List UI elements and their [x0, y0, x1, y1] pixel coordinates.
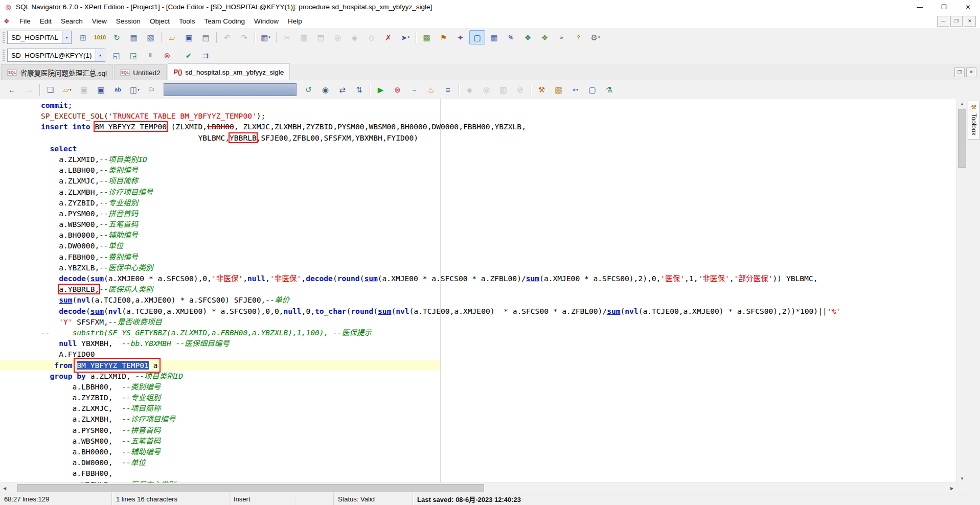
- menu-view[interactable]: View: [87, 14, 111, 28]
- save-icon[interactable]: ▣: [76, 83, 92, 97]
- menu-team-coding[interactable]: Team Coding: [199, 14, 249, 28]
- execute-navigator-icon[interactable]: ⇉: [198, 48, 214, 62]
- locate-object-icon[interactable]: ◇: [363, 30, 379, 44]
- paste-icon[interactable]: ▤: [313, 30, 329, 44]
- find-objects-icon[interactable]: ◎: [330, 30, 346, 44]
- check-syntax-icon[interactable]: ✔: [181, 48, 197, 62]
- save-file-icon[interactable]: ▣: [181, 30, 197, 44]
- sql-monitor-icon[interactable]: ▢: [584, 83, 600, 97]
- code-area[interactable]: commit;SP_EXECUTE_SQL('TRUNCATE TABLE BM…: [0, 99, 956, 483]
- copy-icon[interactable]: ▥: [495, 83, 511, 97]
- forward-icon[interactable]: →: [21, 83, 37, 97]
- menu-session[interactable]: Session: [111, 14, 145, 28]
- data-grid-icon[interactable]: ▦: [486, 30, 502, 44]
- toolbar-grip[interactable]: [3, 32, 5, 43]
- optimize-icon[interactable]: ♨: [423, 83, 439, 97]
- fast-forward-icon[interactable]: »: [554, 30, 569, 44]
- menu-file[interactable]: File: [15, 14, 35, 28]
- zoom-icon[interactable]: %: [503, 30, 519, 44]
- new-session-window-icon[interactable]: ◲: [126, 48, 142, 62]
- vertical-scroll-thum b[interactable]: [958, 109, 966, 168]
- delete-icon[interactable]: ⊘: [512, 83, 528, 97]
- connection-combo[interactable]: SD_HOSPITAL ▾: [7, 31, 72, 44]
- menu-object[interactable]: Object: [145, 14, 174, 28]
- horizontal-scroll-thumb[interactable]: [17, 484, 484, 492]
- execute-icon[interactable]: ▶: [373, 83, 389, 97]
- layout-icon[interactable]: ▧: [551, 83, 566, 97]
- print-icon[interactable]: ▤: [198, 30, 214, 44]
- chevron-down-icon[interactable]: ▾: [62, 31, 71, 43]
- find-next-icon[interactable]: ◉: [317, 83, 333, 97]
- copy-icon[interactable]: ▥: [296, 30, 312, 44]
- scroll-left-icon[interactable]: ◀: [0, 483, 9, 493]
- find-in-files-icon[interactable]: ◎: [478, 83, 494, 97]
- wizard-icon[interactable]: ✦: [452, 30, 468, 44]
- refresh-session-icon[interactable]: ↻: [109, 30, 125, 44]
- scroll-up-icon[interactable]: ▲: [957, 99, 967, 108]
- horizontal-scrollbar[interactable]: ◀ ▶: [0, 483, 956, 493]
- session-browser-icon[interactable]: ◱: [109, 48, 125, 62]
- code-road-map-icon[interactable]: ➤▾: [397, 30, 413, 44]
- stop-icon[interactable]: ⊗: [390, 83, 405, 97]
- toolbar-grip[interactable]: [3, 50, 5, 61]
- comment-icon[interactable]: --: [406, 83, 422, 97]
- compile-icon[interactable]: ⚒: [534, 83, 550, 97]
- app-icon[interactable]: ◎: [4, 3, 12, 11]
- minimize-button[interactable]: —: [908, 0, 932, 14]
- menu-tools[interactable]: Tools: [174, 14, 200, 28]
- back-icon[interactable]: ←: [4, 83, 20, 97]
- benchmark-icon[interactable]: ⚑: [436, 30, 451, 44]
- redo-icon[interactable]: ↷: [236, 30, 252, 44]
- halt-icon[interactable]: ⊗: [159, 48, 175, 62]
- dataset-view-icon[interactable]: ▦▾: [258, 30, 274, 44]
- help-icon[interactable]: ?: [571, 30, 586, 44]
- pause-icon[interactable]: ‖: [143, 48, 158, 62]
- scroll-down-icon[interactable]: ▼: [957, 474, 967, 483]
- flask-icon[interactable]: ⚗: [601, 83, 617, 97]
- new-session-icon[interactable]: ⊞: [75, 30, 91, 44]
- toolbox-tab[interactable]: ⚒ Toolbox: [968, 101, 980, 140]
- tab-untitled2[interactable]: SQLUntitled2: [114, 64, 167, 80]
- tab-procedure-sigle[interactable]: P()sd_hospital.sp_xm_ybfyyz_sigle: [168, 63, 290, 80]
- menu-help[interactable]: Help: [283, 14, 307, 28]
- menu-search[interactable]: Search: [56, 14, 87, 28]
- sort-icon[interactable]: ⇅: [351, 83, 367, 97]
- mdi-restore-button[interactable]: ❐: [950, 16, 963, 27]
- close-button[interactable]: ✕: [956, 0, 980, 14]
- cut-icon[interactable]: ✂: [279, 30, 295, 44]
- undo-icon[interactable]: ↶: [219, 30, 235, 44]
- editor-search-input[interactable]: [164, 83, 297, 96]
- options-icon[interactable]: ⚙▾: [587, 30, 603, 44]
- tab-dock-button[interactable]: ❐: [954, 67, 965, 77]
- save-all-icon[interactable]: ▣: [93, 83, 109, 97]
- chevron-down-icon[interactable]: ▾: [96, 49, 105, 61]
- tab-close-button[interactable]: ✕: [966, 67, 976, 77]
- analyze-icon[interactable]: ✗: [380, 30, 396, 44]
- new-file-icon[interactable]: ❏: [42, 83, 58, 97]
- new-object-icon[interactable]: ❖: [520, 30, 536, 44]
- columns-icon[interactable]: ◫▾: [127, 83, 143, 97]
- open-file-icon[interactable]: ▱: [164, 30, 180, 44]
- maximize-button[interactable]: ❐: [932, 0, 956, 14]
- copy-object-icon[interactable]: ❖: [537, 30, 553, 44]
- mdi-close-button[interactable]: ✕: [964, 16, 976, 27]
- import-export-icon[interactable]: ⇄: [334, 83, 350, 97]
- chevrons-icon[interactable]: »▾: [567, 83, 583, 97]
- tab-file-summary[interactable]: SQL省康复医院问题处理汇总.sql: [1, 64, 113, 80]
- scroll-right-icon[interactable]: ▶: [947, 483, 956, 493]
- describe-icon[interactable]: ◈: [347, 30, 362, 44]
- mdi-minimize-button[interactable]: —: [937, 16, 949, 27]
- outline-icon[interactable]: ≡: [440, 83, 456, 97]
- session-combo[interactable]: SD_HOSPITAL@KFYY(1) ▾: [7, 49, 105, 62]
- menu-edit[interactable]: Edit: [35, 14, 56, 28]
- describe-icon[interactable]: ◈: [462, 83, 477, 97]
- vertical-scrollbar[interactable]: ▲ ▼: [956, 99, 967, 483]
- data-1010-icon[interactable]: 1010: [92, 30, 108, 44]
- menu-window[interactable]: Window: [249, 14, 283, 28]
- refresh-list-icon[interactable]: ↺: [301, 83, 316, 97]
- bookmark-icon[interactable]: ⚐: [144, 83, 159, 97]
- open-file-icon[interactable]: ▱▾: [59, 83, 75, 97]
- edit-data-icon[interactable]: ▧: [143, 30, 158, 44]
- find-text-icon[interactable]: ab: [110, 83, 126, 97]
- code-editor-icon[interactable]: ▢: [469, 30, 485, 44]
